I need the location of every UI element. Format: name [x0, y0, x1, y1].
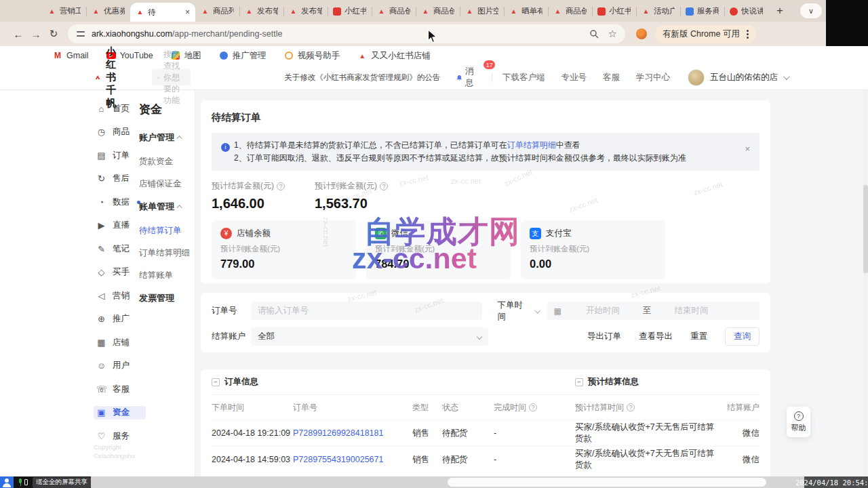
browser-tab[interactable]: 小红书: [328, 1, 372, 22]
sidebar-item-service[interactable]: ☏客服: [94, 382, 146, 396]
sidebar-item-shop[interactable]: ▦店铺: [94, 336, 146, 349]
browser-tab[interactable]: 快说讲: [724, 1, 768, 22]
reset-button[interactable]: 重置: [690, 331, 707, 342]
sidebar-item-buyers[interactable]: ◇买手: [94, 266, 146, 279]
browser-tab[interactable]: 服务商: [680, 1, 724, 22]
sidebar-item-users[interactable]: ☺用户: [94, 359, 146, 373]
browser-menu-icon[interactable]: [747, 30, 749, 39]
xiaohongshu-ark-favicon: ▲: [289, 7, 298, 16]
browser-tab[interactable]: ▲发布笔: [239, 1, 283, 22]
time-type-select[interactable]: 下单时间: [497, 300, 547, 323]
browser-tab[interactable]: ▲优惠券: [86, 1, 130, 22]
menu-item-deposit[interactable]: 店铺保证金: [139, 178, 195, 190]
account-menu[interactable]: 五台山的佑佑的店: [688, 69, 788, 86]
settle-account-select[interactable]: 全部: [251, 327, 488, 346]
browser-tab[interactable]: 小红书: [592, 1, 636, 22]
sidebar-item-orders[interactable]: ▤订单: [94, 148, 146, 162]
search-input[interactable]: 搜索查找你想要的功能: [152, 69, 191, 85]
browser-tab[interactable]: ▲活动广: [636, 1, 680, 22]
chrome-update-button[interactable]: 有新版 Chrome 可用: [655, 25, 756, 43]
bookmark-xhs-shop[interactable]: ▲又又小红书店铺: [357, 50, 431, 62]
browser-tab[interactable]: ▲商品创: [416, 1, 460, 22]
end-time-placeholder[interactable]: 结束时间: [674, 305, 708, 317]
menu-item-settle-detail[interactable]: 订单结算明细: [139, 247, 195, 259]
nav-customer-service[interactable]: 客服: [603, 72, 620, 83]
scrollbar[interactable]: [863, 90, 868, 476]
browser-tab[interactable]: ▲晒单有: [504, 1, 548, 22]
close-tab-icon[interactable]: ×: [185, 7, 190, 17]
sidebar-item-live[interactable]: ▶直播: [94, 219, 146, 232]
sidebar-item-services[interactable]: ♡服务: [94, 429, 146, 443]
bookmark-channels[interactable]: 视频号助手: [284, 50, 340, 62]
filter-card: 订单号 请输入订单号 下单时间 ▦ 开始时间 至 结束时间 结算账户 全部 导出…: [201, 293, 770, 352]
help-question-icon[interactable]: ?: [380, 182, 388, 190]
order-no-input[interactable]: 请输入订单号: [251, 302, 482, 320]
export-orders-button[interactable]: 导出订单: [587, 331, 621, 342]
reload-button[interactable]: ↻: [45, 28, 62, 40]
sidebar-item-notes[interactable]: ✎笔记: [94, 242, 146, 256]
aftersale-icon: ↻: [96, 174, 106, 184]
browser-tab-active[interactable]: ▲待×: [130, 3, 195, 22]
xiaohongshu-ark-favicon: ▲: [377, 7, 386, 16]
announcement-link[interactable]: 关于修改《小红书商家发货管理规则》的公告: [284, 73, 440, 83]
nav-learning-center[interactable]: 学习中心: [636, 72, 670, 83]
back-button[interactable]: ←: [9, 28, 27, 40]
date-range-input[interactable]: ▦ 开始时间 至 结束时间: [547, 302, 760, 320]
menu-group-account-mgmt[interactable]: 账户管理: [139, 131, 195, 144]
search-icon[interactable]: [589, 29, 599, 39]
app-logo[interactable]: 小红书千帆: [95, 45, 126, 110]
order-link[interactable]: P728991269928418181: [293, 428, 412, 438]
help-floating-button[interactable]: ? 帮助: [787, 407, 810, 437]
menu-group-invoice-mgmt[interactable]: 发票管理: [139, 292, 195, 304]
browser-tab[interactable]: ▲发布笔: [283, 1, 328, 22]
settlement-info-group[interactable]: −预计结算信息: [575, 376, 760, 388]
collapse-icon[interactable]: −: [575, 378, 583, 386]
sidebar-item-promotion[interactable]: ⊕推广: [94, 312, 146, 326]
menu-item-goods-funds[interactable]: 货款资金: [139, 156, 195, 167]
sidebar-item-marketing[interactable]: ◁营销: [94, 289, 146, 302]
view-exports-button[interactable]: 查看导出: [639, 331, 673, 342]
menu-item-pending-settle[interactable]: 待结算订单: [139, 225, 195, 237]
sidebar-item-funds[interactable]: ▣资金: [94, 406, 146, 420]
extension-icon[interactable]: [636, 28, 647, 39]
scrollbar-thumb[interactable]: [863, 185, 868, 273]
tab-overflow-chevron[interactable]: ∨: [800, 3, 822, 18]
microphone-icon[interactable]: [18, 479, 20, 486]
order-link[interactable]: P728975543190025671: [293, 455, 412, 464]
order-info-group[interactable]: −订单信息: [212, 376, 412, 388]
page-title: 待结算订单: [212, 111, 760, 124]
help-question-icon[interactable]: ?: [529, 403, 537, 411]
close-icon[interactable]: ×: [745, 142, 750, 155]
browser-tab[interactable]: ▲商品列: [195, 1, 239, 22]
query-button[interactable]: 查询: [725, 327, 760, 346]
chevron-down-icon: [534, 308, 540, 313]
sidebar-item-aftersale[interactable]: ↻售后: [94, 172, 146, 186]
bookmark-promotion[interactable]: 推广管理: [219, 50, 267, 62]
help-question-icon[interactable]: ?: [277, 182, 285, 190]
browser-tab[interactable]: ▲营销工: [42, 1, 86, 22]
forward-button[interactable]: →: [27, 28, 45, 40]
browser-tab[interactable]: ▲商品创: [372, 1, 416, 22]
settle-detail-link[interactable]: 订单结算明细: [507, 140, 556, 150]
sidebar-item-data[interactable]: ◔数据: [94, 195, 146, 209]
browser-tab[interactable]: ▲商品创: [548, 1, 592, 22]
screen-icon[interactable]: [24, 479, 28, 485]
address-bar[interactable]: ark.xiaohongshu.com/app-merchant/pending…: [68, 24, 625, 43]
site-settings-icon[interactable]: [76, 29, 85, 39]
bookmark-gmail[interactable]: MGmail: [53, 51, 89, 60]
messages-button[interactable]: 消息 17: [456, 66, 477, 89]
browser-tab[interactable]: ▲图片空: [460, 1, 504, 22]
participant-icon[interactable]: [0, 476, 14, 488]
menu-item-settle-bill[interactable]: 结算账单: [139, 270, 195, 281]
nav-download-client[interactable]: 下载客户端: [502, 72, 545, 83]
collapse-icon[interactable]: −: [212, 378, 220, 386]
new-tab-button[interactable]: +: [776, 4, 783, 18]
nav-professional-account[interactable]: 专业号: [561, 72, 587, 83]
bookmark-star-icon[interactable]: ☆: [608, 28, 617, 40]
channels-icon: [284, 51, 294, 60]
help-question-icon[interactable]: ?: [627, 403, 635, 411]
sidebar-item-products[interactable]: ◷商品: [94, 125, 146, 139]
wallet-icon: ▣: [96, 407, 106, 418]
start-time-placeholder[interactable]: 开始时间: [586, 305, 620, 317]
menu-group-bill-mgmt[interactable]: 账单管理: [139, 201, 195, 213]
